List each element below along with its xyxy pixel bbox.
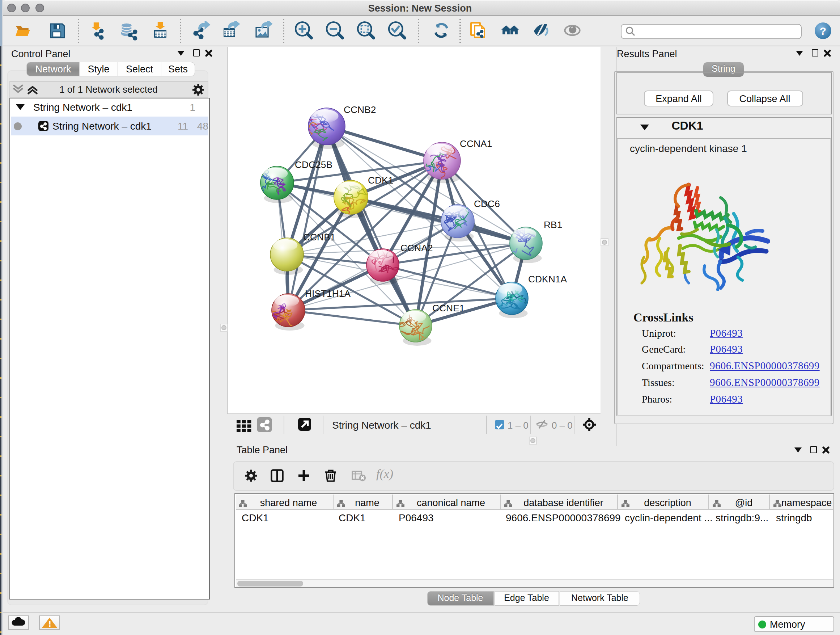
svg-text:CCNA1: CCNA1	[460, 138, 492, 149]
svg-text:CCNB2: CCNB2	[344, 104, 376, 115]
svg-text:CDC25B: CDC25B	[295, 159, 332, 170]
svg-text:RB1: RB1	[544, 219, 562, 230]
svg-text:CCNB1: CCNB1	[303, 231, 335, 242]
svg-text:CDKN1A: CDKN1A	[528, 273, 567, 284]
svg-text:CCNA2: CCNA2	[401, 242, 433, 253]
svg-text:HIST1H1A: HIST1H1A	[305, 288, 351, 299]
svg-text:CCNE1: CCNE1	[432, 302, 464, 313]
svg-text:CDK1: CDK1	[368, 174, 393, 185]
svg-text:CDC6: CDC6	[474, 198, 500, 209]
